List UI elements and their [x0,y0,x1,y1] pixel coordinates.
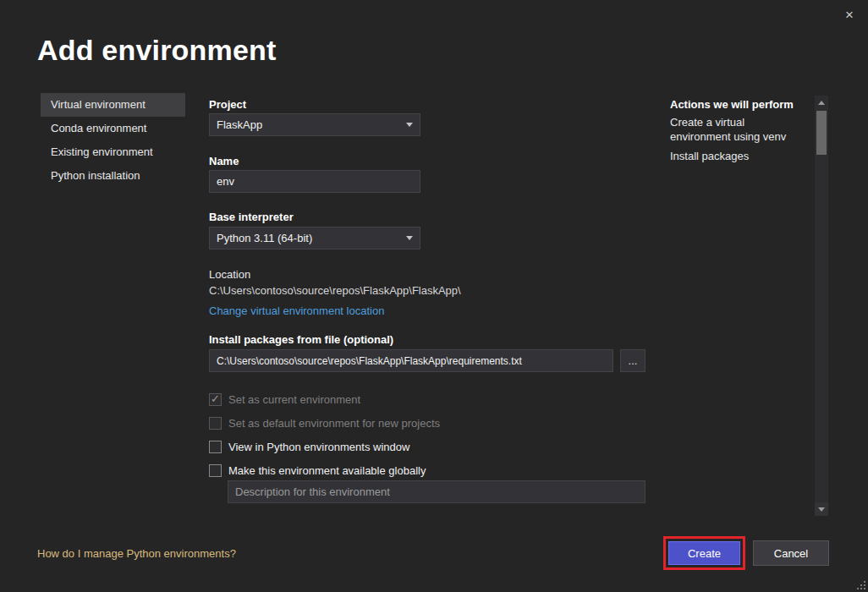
create-button[interactable]: Create [668,541,740,565]
checkbox-checked-icon [209,393,222,406]
cancel-button[interactable]: Cancel [753,540,829,566]
vertical-scrollbar[interactable] [815,96,828,516]
actions-panel-title: Actions we will perform [670,98,794,111]
base-interpreter-dropdown-value: Python 3.11 (64-bit) [217,232,312,244]
project-dropdown-value: FlaskApp [217,118,262,131]
change-location-link[interactable]: Change virtual environment location [209,304,384,317]
actions-panel-item: Install packages [670,149,805,163]
checkbox-label: Make this environment available globally [228,464,426,477]
checkbox-make-available-globally[interactable]: Make this environment available globally [209,463,426,478]
sidebar-item-conda-environment[interactable]: Conda environment [41,117,185,140]
description-input[interactable] [228,480,646,503]
checkbox-set-default-environment[interactable]: Set as default environment for new proje… [209,415,440,430]
scroll-down-icon[interactable] [815,502,828,516]
manage-environments-help-link[interactable]: How do I manage Python environments? [37,547,236,560]
name-input[interactable] [209,170,420,193]
resize-grip-icon[interactable] [855,579,865,589]
checkbox-set-current-environment[interactable]: Set as current environment [209,392,360,407]
checkbox-label: Set as default environment for new proje… [228,417,440,430]
page-title: Add environment [37,34,277,67]
name-label: Name [209,155,239,167]
sidebar-item-virtual-environment[interactable]: Virtual environment [41,93,185,117]
chevron-down-icon [406,123,413,127]
scroll-up-icon[interactable] [815,96,828,109]
browse-button[interactable]: ... [620,349,646,372]
sidebar-item-existing-environment[interactable]: Existing environment [41,140,185,164]
project-label: Project [209,98,246,111]
checkbox-label: Set as current environment [228,393,360,406]
checkbox-unchecked-icon [209,464,222,477]
actions-panel-item: Create a virtual environment using venv [670,115,805,144]
close-icon[interactable]: × [839,5,860,25]
install-packages-label: Install packages from file (optional) [209,333,393,346]
environment-type-list: Virtual environment Conda environment Ex… [41,93,185,188]
checkbox-label: View in Python environments window [228,441,409,453]
location-path: C:\Users\contoso\source\repos\FlaskApp\F… [209,284,461,297]
base-interpreter-label: Base interpreter [209,211,294,223]
add-environment-dialog: × Add environment Virtual environment Co… [0,0,868,592]
checkbox-unchecked-icon [209,417,222,430]
checkbox-view-in-environments-window[interactable]: View in Python environments window [209,439,409,454]
base-interpreter-dropdown[interactable]: Python 3.11 (64-bit) [209,227,420,249]
create-button-highlight-annotation: Create [663,536,745,570]
requirements-file-input[interactable] [209,349,613,372]
scrollbar-thumb[interactable] [816,111,827,155]
location-label: Location [209,268,250,281]
chevron-down-icon [406,236,413,240]
sidebar-item-python-installation[interactable]: Python installation [41,164,185,188]
project-dropdown[interactable]: FlaskApp [209,113,420,136]
checkbox-unchecked-icon [209,441,222,453]
